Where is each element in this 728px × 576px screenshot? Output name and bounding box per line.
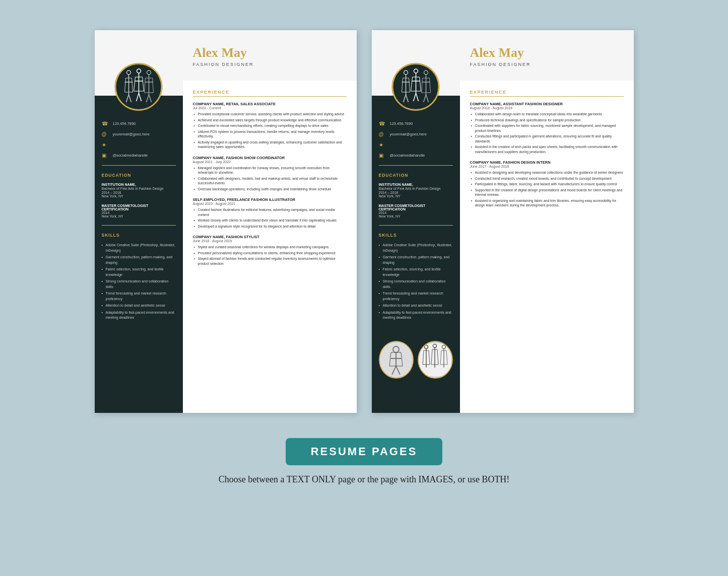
contact-star-left: ★ <box>102 142 176 148</box>
resumes-container: ☎ 123.456.7890 @ youremail@goes.here ★ ▣… <box>95 30 634 413</box>
exp-company-1-left: COMPANY NAME, Retail Sales Associate <box>193 102 347 106</box>
education-section-right: EDUCATION INSTITUTION NAME, Bachelor of … <box>379 173 453 218</box>
exp-b2-2-right: Conducted trend research, created mood b… <box>470 176 624 181</box>
exp-block-2-right: COMPANY NAME, Fashion Design Intern June… <box>470 160 624 208</box>
sidebar-header-right <box>372 30 460 96</box>
edu-degree-1-left: Bachelor of Fine Arts in Fashion Design <box>102 186 176 191</box>
phone-icon-right: ☎ <box>379 121 386 126</box>
skill-5-left: Trend forecasting and market research pr… <box>102 291 176 302</box>
experience-title-left: EXPERIENCE <box>193 90 347 97</box>
edu-degree-1-right: Bachelor of Fine Arts in Fashion Design <box>379 186 453 191</box>
fashion-circle-2 <box>418 341 453 379</box>
exp-b2-1-left: Managed logistics and coordination for r… <box>193 166 347 175</box>
exp-b2-5-right: Assisted in organizing and maintaining f… <box>470 198 624 208</box>
exp-dates-1-left: Jul 2022 - Current <box>193 106 347 110</box>
exp-company-4-left: COMPANY NAME, Fashion Stylist <box>193 235 347 239</box>
exp-company-2-right: COMPANY NAME, Fashion Design Intern <box>470 160 624 165</box>
divider-1-right <box>379 165 453 166</box>
exp-b1-4-right: Conducted fittings and participated in g… <box>470 134 624 143</box>
avatar-circle-right <box>392 63 440 111</box>
exp-b3-3-left: Developed a signature style recognized f… <box>193 224 347 229</box>
exp-dates-3-left: August 2019 - August 2021 <box>193 202 347 205</box>
edu-year-2-right: 2014 <box>379 211 453 214</box>
star-icon-left: ★ <box>102 142 109 148</box>
name-left: Alex May <box>193 46 347 60</box>
social-icon-right: ▣ <box>379 153 386 158</box>
edu-institution-1-right: INSTITUTION NAME, <box>379 183 453 186</box>
fashion-figure-left <box>118 67 159 107</box>
social-icon-left: ▣ <box>102 153 109 158</box>
exp-b4-1-left: Styled and curated seasonal collections … <box>193 245 347 250</box>
skills-section-left: SKILLS Adobe Creative Suite (Photoshop, … <box>102 233 176 321</box>
bottom-fashion-images <box>379 341 453 379</box>
resume-pages-badge: RESUME PAGES <box>286 438 443 465</box>
job-title-right: FASHION DESIGNER <box>470 62 624 67</box>
star-icon-right: ★ <box>379 142 386 148</box>
education-title-right: EDUCATION <box>379 173 453 178</box>
exp-b2-3-left: Oversaw backstage operations, including … <box>193 187 347 192</box>
exp-block-1-left: COMPANY NAME, Retail Sales Associate Jul… <box>193 102 347 150</box>
contact-social-right: ▣ @socialmediahandle <box>379 153 453 158</box>
fashion-circle-1 <box>379 341 414 379</box>
badge-section: RESUME PAGES Choose between a TEXT ONLY … <box>219 438 510 485</box>
experience-title-right: EXPERIENCE <box>470 90 624 97</box>
exp-b2-3-right: Participated in fittings, fabric sourcin… <box>470 182 624 187</box>
edu-block-2-left: Master Cosmetologist Certification 2014 … <box>102 204 176 218</box>
exp-b1-3-right: Coordinated with suppliers for fabric so… <box>470 123 624 133</box>
exp-block-3-left: SELF-EMPLOYED, Freelance Fashion Illustr… <box>193 197 347 229</box>
skill-2-left: Garment construction, pattern making, an… <box>102 255 176 265</box>
resume-left-sidebar: ☎ 123.456.7890 @ youremail@goes.here ★ ▣… <box>95 30 183 413</box>
exp-b3-1-left: Created fashion illustrations for editor… <box>193 207 347 217</box>
exp-b1-3-left: Contributed to visual merchandising effo… <box>193 123 347 128</box>
edu-location-2-right: New York, NY <box>379 214 453 218</box>
resume-left-main: Alex May FASHION DESIGNER EXPERIENCE COM… <box>183 30 357 413</box>
sidebar-content-right: ☎ 123.456.7890 @ youremail@goes.here ★ ▣… <box>372 96 460 389</box>
edu-block-1-left: INSTITUTION NAME, Bachelor of Fine Arts … <box>102 183 176 198</box>
skill-6-left: Attention to detail and aesthetic sense <box>102 303 176 309</box>
exp-b1-2-right: Produced technical drawings and specific… <box>470 118 624 123</box>
resume-right: ☎ 123.456.7890 @ youremail@goes.here ★ ▣… <box>372 30 634 413</box>
exp-b1-5-right: Assisted in the creation of tech packs a… <box>470 145 624 154</box>
edu-location-2-left: New York, NY <box>102 214 176 218</box>
skill-7-right: Adaptability to fast-paced environments … <box>379 310 453 321</box>
exp-block-4-left: COMPANY NAME, Fashion Stylist June 2018 … <box>193 235 347 266</box>
exp-b2-2-left: Collaborated with designers, models, hai… <box>193 176 347 186</box>
exp-b1-4-left: Utilized POS system to process transacti… <box>193 129 347 139</box>
edu-institution-1-left: INSTITUTION NAME, <box>102 183 176 186</box>
exp-b2-4-right: Supported in the creation of digital des… <box>470 188 624 197</box>
main-header-right: Alex May FASHION DESIGNER <box>460 30 634 81</box>
resume-right-sidebar: ☎ 123.456.7890 @ youremail@goes.here ★ ▣… <box>372 30 460 413</box>
exp-dates-1-right: August 2018 - August 2019 <box>470 106 624 110</box>
exp-b1-1-right: Collaborated with design team to transla… <box>470 112 624 117</box>
contact-email-left: @ youremail@goes.here <box>102 131 176 137</box>
main-content-right: EXPERIENCE COMPANY NAME, Assistant Fashi… <box>460 81 634 223</box>
skills-title-left: SKILLS <box>102 233 176 238</box>
fashion-illustration-2 <box>419 343 451 376</box>
education-title-left: EDUCATION <box>102 173 176 178</box>
divider-2-right <box>379 225 453 226</box>
exp-b1-2-left: Achieved and exceeded sales targets thro… <box>193 118 347 123</box>
exp-block-1-right: COMPANY NAME, Assistant Fashion Designer… <box>470 102 624 154</box>
fashion-illustration-1 <box>380 343 413 376</box>
contact-social-left: ▣ @socialmediahandle <box>102 153 176 158</box>
exp-b1-1-left: Provided exceptional customer service, a… <box>193 112 347 117</box>
skill-7-left: Adaptability to fast-paced environments … <box>102 310 176 321</box>
avatar-circle-left <box>115 63 163 111</box>
skill-3-left: Fabric selection, sourcing, and textile … <box>102 267 176 277</box>
exp-company-2-left: COMPANY NAME, Fashion Show Coordinator <box>193 156 347 160</box>
edu-year-1-right: 2014 – 2016 <box>379 191 453 194</box>
main-header-left: Alex May FASHION DESIGNER <box>183 30 357 81</box>
fashion-figure-right <box>395 67 436 107</box>
skill-4-right: Strong communication and collaboration s… <box>379 279 453 290</box>
edu-location-1-left: New York, NY <box>102 194 176 198</box>
edu-block-1-right: INSTITUTION NAME, Bachelor of Fine Arts … <box>379 183 453 198</box>
contact-phone-right: ☎ 123.456.7890 <box>379 121 453 126</box>
email-icon-left: @ <box>102 131 109 137</box>
edu-location-1-right: New York, NY <box>379 194 453 198</box>
resume-right-main: Alex May FASHION DESIGNER EXPERIENCE COM… <box>460 30 634 413</box>
exp-dates-2-right: June 2017 - August 2018 <box>470 165 624 168</box>
edu-year-2-left: 2014 <box>102 211 176 214</box>
name-right: Alex May <box>470 46 624 60</box>
resume-left: ☎ 123.456.7890 @ youremail@goes.here ★ ▣… <box>95 30 357 413</box>
tagline: Choose between a TEXT ONLY page or the p… <box>219 474 510 485</box>
